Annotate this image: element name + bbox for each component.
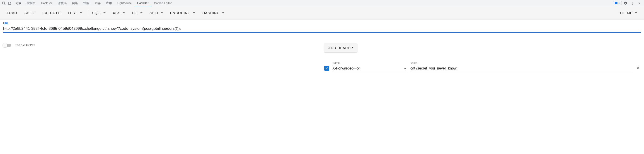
theme-button[interactable]: THEME — [616, 9, 641, 17]
header-name-input[interactable] — [332, 65, 407, 72]
toolbar-separator — [87, 10, 87, 16]
url-section: URL — [0, 20, 644, 33]
header-name-field: Name — [332, 61, 407, 72]
chevron-down-icon — [140, 12, 142, 14]
chevron-down-icon — [222, 12, 224, 14]
hashing-label: HASHING — [202, 11, 220, 15]
lfi-button[interactable]: LFI — [128, 9, 146, 17]
sqli-label: SQLI — [92, 11, 101, 15]
remove-header-button[interactable] — [636, 65, 641, 71]
tab-hackbar-1[interactable]: HackBar — [38, 0, 55, 6]
lower-section: Enable POST ADD HEADER Name Value — [0, 33, 644, 72]
header-value-label: Value — [410, 61, 632, 65]
header-name-label: Name — [332, 61, 407, 65]
chevron-down-icon — [103, 12, 106, 14]
test-label: TEST — [68, 11, 78, 15]
test-button[interactable]: TEST — [64, 9, 86, 17]
chevron-down-icon — [635, 12, 637, 14]
ssti-button[interactable]: SSTI — [146, 9, 166, 17]
theme-label: THEME — [620, 11, 633, 15]
header-row: Name Value — [324, 61, 641, 72]
enable-post-toggle[interactable] — [3, 44, 11, 47]
chevron-down-icon — [193, 12, 195, 14]
sqli-button[interactable]: SQLI — [88, 9, 109, 17]
gear-icon[interactable] — [623, 0, 628, 6]
tab-performance[interactable]: 性能 — [81, 0, 92, 6]
xss-label: XSS — [113, 11, 120, 15]
tab-sources[interactable]: 源代码 — [55, 0, 69, 6]
switch-thumb — [3, 43, 7, 48]
svg-point-5 — [632, 4, 633, 5]
load-button[interactable]: LOAD — [3, 9, 21, 17]
enable-post-row: Enable POST — [3, 43, 322, 47]
tab-hackbar-2[interactable]: HackBar — [134, 0, 151, 6]
chevron-down-icon — [161, 12, 163, 14]
messages-badge[interactable]: 2 — [613, 1, 622, 5]
svg-point-3 — [632, 2, 633, 3]
execute-button[interactable]: EXECUTE — [39, 9, 64, 17]
lfi-label: LFI — [132, 11, 138, 15]
chevron-right-overflow-icon[interactable] — [636, 0, 642, 6]
ssti-label: SSTI — [150, 11, 158, 15]
url-input[interactable] — [3, 26, 641, 33]
add-header-button[interactable]: ADD HEADER — [324, 43, 357, 52]
chevron-down-icon — [80, 12, 82, 14]
more-vertical-icon[interactable] — [630, 0, 636, 6]
tab-console[interactable]: 控制台 — [24, 0, 38, 6]
devtools-tab-bar: 元素 控制台 HackBar 源代码 网络 性能 内存 应用 Lighthous… — [0, 0, 644, 6]
tab-lighthouse[interactable]: Lighthouse — [115, 0, 134, 6]
hackbar-toolbar: LOAD SPLIT EXECUTE TEST SQLI XSS LFI SST… — [0, 6, 644, 20]
header-value-input[interactable] — [410, 65, 632, 72]
tab-network[interactable]: 网络 — [69, 0, 81, 6]
encoding-label: ENCODING — [170, 11, 190, 15]
tab-memory[interactable]: 内存 — [92, 0, 103, 6]
device-toggle-icon[interactable] — [7, 0, 13, 6]
split-button[interactable]: SPLIT — [21, 9, 39, 17]
svg-point-4 — [632, 3, 633, 4]
tab-cookie-editor[interactable]: Cookie Editor — [151, 0, 174, 6]
enable-post-label: Enable POST — [14, 43, 35, 47]
chevron-down-icon[interactable] — [404, 68, 406, 69]
url-label: URL — [3, 22, 641, 25]
messages-count: 2 — [618, 2, 620, 5]
hashing-button[interactable]: HASHING — [199, 9, 228, 17]
encoding-button[interactable]: ENCODING — [166, 9, 199, 17]
header-value-field: Value — [410, 61, 632, 72]
inspect-element-icon[interactable] — [1, 0, 7, 6]
tab-application[interactable]: 应用 — [103, 0, 115, 6]
tab-elements[interactable]: 元素 — [13, 0, 24, 6]
xss-button[interactable]: XSS — [109, 9, 129, 17]
header-enabled-checkbox[interactable] — [324, 66, 329, 71]
chevron-down-icon — [122, 12, 125, 14]
